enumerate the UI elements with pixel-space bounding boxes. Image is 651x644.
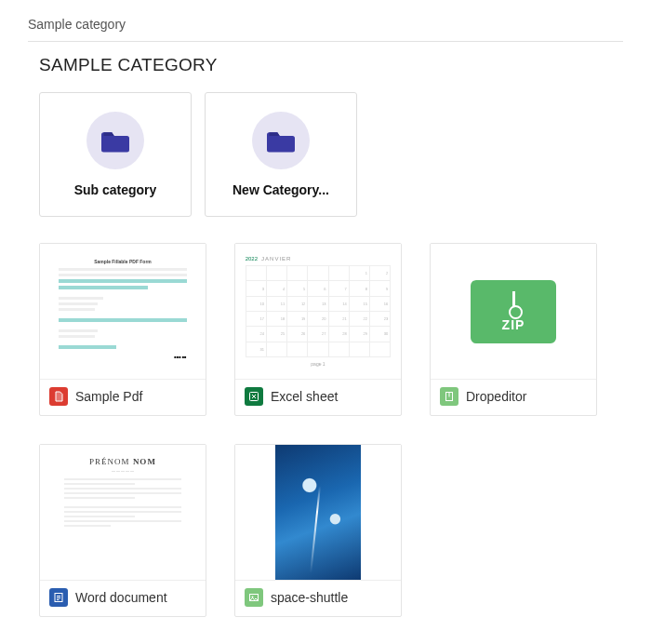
thumb-month: JANVIER: [261, 256, 291, 262]
file-thumbnail: 2022 JANVIER 12 3456789 10111213141516 1…: [235, 244, 401, 380]
breadcrumb-current: Sample category: [28, 17, 126, 32]
category-grid: Sub category New Category...: [39, 92, 623, 217]
pdf-icon: [49, 387, 68, 406]
file-card-pdf[interactable]: Sample Fillable PDF Form ■■■ ■■ Sample P…: [39, 243, 206, 416]
folder-icon: [252, 112, 310, 169]
word-icon: [49, 588, 68, 607]
thumb-year: 2022: [246, 256, 258, 262]
file-card-excel[interactable]: 2022 JANVIER 12 3456789 10111213141516 1…: [234, 243, 402, 416]
zip-icon: [512, 291, 515, 314]
category-label: New Category...: [232, 182, 329, 197]
file-card-word[interactable]: PRÉNOM NOM — — — — — Word document: [39, 444, 206, 617]
file-label: Word document: [75, 590, 167, 605]
file-label: Excel sheet: [271, 389, 338, 404]
file-card-image[interactable]: space-shuttle: [234, 444, 402, 617]
file-thumbnail: [235, 445, 401, 581]
thumb-title: Sample Fillable PDF Form: [59, 259, 186, 265]
category-card[interactable]: Sub category: [39, 92, 192, 217]
category-card[interactable]: New Category...: [205, 92, 357, 217]
breadcrumb[interactable]: Sample category: [28, 13, 623, 42]
folder-icon: [86, 112, 144, 169]
image-icon: [245, 588, 263, 607]
thumb-name: PRÉNOM NOM: [64, 457, 181, 466]
file-card-zip[interactable]: ZIP Dropeditor: [430, 243, 597, 416]
file-label: Sample Pdf: [75, 389, 142, 404]
file-label: Dropeditor: [466, 389, 526, 404]
thumb-zip-label: ZIP: [502, 317, 525, 332]
thumb-page: page 1: [246, 361, 392, 367]
excel-icon: [245, 387, 263, 406]
page-title: SAMPLE CATEGORY: [39, 55, 623, 75]
file-thumbnail: ZIP: [431, 244, 596, 380]
file-thumbnail: PRÉNOM NOM — — — — —: [40, 445, 206, 581]
archive-icon: [440, 387, 458, 406]
file-thumbnail: Sample Fillable PDF Form ■■■ ■■: [40, 244, 206, 380]
file-label: space-shuttle: [271, 590, 348, 605]
category-label: Sub category: [74, 182, 157, 197]
file-grid: Sample Fillable PDF Form ■■■ ■■ Sample P…: [39, 243, 623, 617]
